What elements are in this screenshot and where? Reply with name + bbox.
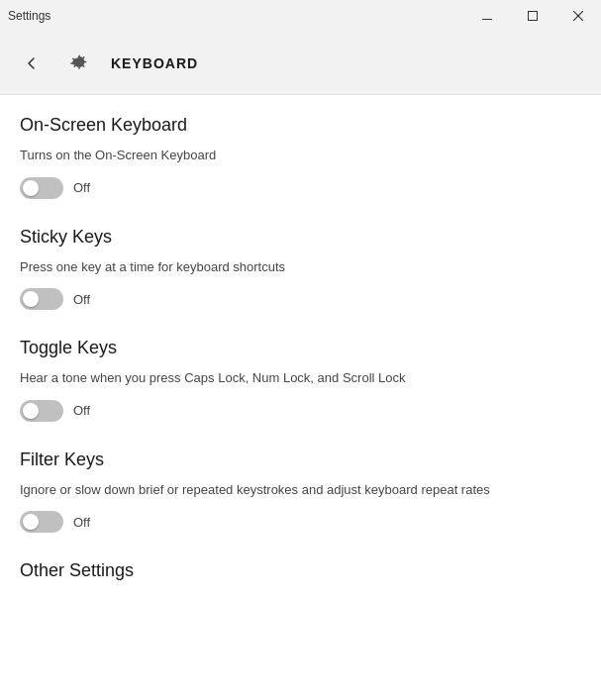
toggle-keys-toggle-thumb: [23, 403, 39, 419]
toggle-keys-section: Toggle Keys Hear a tone when you press C…: [20, 338, 581, 422]
sticky-keys-section: Sticky Keys Press one key at a time for …: [20, 227, 581, 311]
on-screen-keyboard-desc: Turns on the On-Screen Keyboard: [20, 146, 581, 165]
sticky-keys-toggle-thumb: [23, 291, 39, 307]
filter-keys-toggle-thumb: [23, 514, 39, 530]
maximize-button[interactable]: [510, 0, 555, 32]
settings-gear-icon-container: [63, 48, 95, 79]
title-bar: Settings: [0, 0, 601, 32]
sticky-keys-toggle-label: Off: [73, 292, 90, 307]
toggle-keys-toggle-row: Off: [20, 400, 581, 422]
filter-keys-desc: Ignore or slow down brief or repeated ke…: [20, 480, 581, 500]
toggle-keys-toggle[interactable]: [20, 400, 63, 422]
toggle-keys-title: Toggle Keys: [20, 338, 581, 358]
sticky-keys-title: Sticky Keys: [20, 227, 581, 248]
sticky-keys-toggle-track: [20, 288, 63, 310]
on-screen-keyboard-toggle[interactable]: [20, 177, 63, 199]
gear-icon: [69, 53, 89, 73]
on-screen-keyboard-toggle-label: Off: [73, 180, 90, 195]
toggle-keys-toggle-label: Off: [73, 403, 90, 418]
close-button[interactable]: [555, 0, 601, 32]
close-icon: [573, 11, 583, 21]
content-area: On-Screen Keyboard Turns on the On-Scree…: [0, 95, 601, 700]
title-bar-title: Settings: [8, 9, 50, 23]
header-bar: KEYBOARD: [0, 32, 601, 95]
on-screen-keyboard-toggle-thumb: [23, 180, 39, 196]
sticky-keys-desc: Press one key at a time for keyboard sho…: [20, 257, 581, 277]
other-settings-title: Other Settings: [20, 560, 581, 581]
on-screen-keyboard-toggle-track: [20, 177, 63, 199]
title-bar-controls: [464, 0, 601, 32]
page-title: KEYBOARD: [111, 55, 198, 71]
filter-keys-toggle-row: Off: [20, 511, 581, 533]
sticky-keys-toggle-row: Off: [20, 288, 581, 310]
on-screen-keyboard-toggle-row: Off: [20, 177, 581, 199]
filter-keys-section: Filter Keys Ignore or slow down brief or…: [20, 450, 581, 534]
svg-rect-1: [529, 12, 538, 21]
toggle-keys-toggle-track: [20, 400, 63, 422]
filter-keys-toggle-label: Off: [73, 515, 90, 530]
svg-rect-0: [482, 19, 492, 20]
back-button[interactable]: [16, 48, 48, 79]
back-arrow-icon: [24, 55, 40, 71]
on-screen-keyboard-title: On-Screen Keyboard: [20, 115, 581, 136]
on-screen-keyboard-section: On-Screen Keyboard Turns on the On-Scree…: [20, 115, 581, 199]
toggle-keys-desc: Hear a tone when you press Caps Lock, Nu…: [20, 368, 581, 388]
maximize-icon: [528, 11, 538, 21]
filter-keys-toggle-track: [20, 511, 63, 533]
filter-keys-toggle[interactable]: [20, 511, 63, 533]
other-settings-section: Other Settings: [20, 560, 581, 581]
title-bar-left: Settings: [8, 9, 50, 23]
sticky-keys-toggle[interactable]: [20, 288, 63, 310]
filter-keys-title: Filter Keys: [20, 450, 581, 470]
minimize-icon: [482, 11, 492, 21]
minimize-button[interactable]: [464, 0, 510, 32]
